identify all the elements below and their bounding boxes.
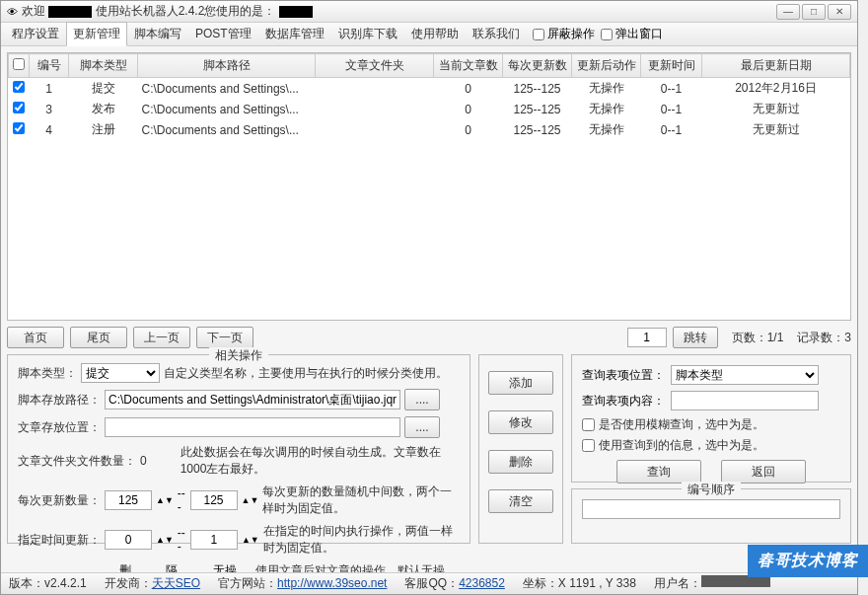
page-input[interactable] [627, 328, 667, 347]
per-b-input[interactable] [190, 490, 238, 510]
dev-link[interactable]: 天天SEO [152, 576, 200, 590]
browse-folder-button[interactable]: .... [404, 416, 440, 438]
time-b-input[interactable] [190, 530, 238, 550]
titlebar: 👁 欢迎 使用站长机器人2.4.2您使用的是： — □ ✕ [1, 1, 857, 23]
close-button[interactable]: ✕ [828, 4, 851, 20]
chk-popup[interactable]: 弹出窗口 [601, 26, 663, 42]
menu-db-manage[interactable]: 数据库管理 [258, 22, 331, 46]
chk-shield[interactable]: 屏蔽操作 [533, 26, 595, 42]
menu-update-manage[interactable]: 更新管理 [66, 22, 127, 46]
clear-button[interactable]: 清空 [488, 489, 553, 513]
time-a-input[interactable] [105, 530, 152, 550]
menubar: 程序设置 更新管理 脚本编写 POST管理 数据库管理 识别库下载 使用帮助 联… [1, 23, 857, 46]
browse-path-button[interactable]: .... [404, 389, 440, 410]
menu-help[interactable]: 使用帮助 [404, 22, 466, 46]
article-folder-input[interactable] [105, 417, 400, 437]
jump-button[interactable]: 跳转 [673, 327, 718, 348]
menu-post-manage[interactable]: POST管理 [188, 22, 258, 46]
table-row[interactable]: 1提交C:\Documents and Settings\... 0125--1… [9, 78, 850, 100]
fuzzy-checkbox[interactable] [582, 418, 595, 431]
per-a-input[interactable] [105, 490, 152, 510]
query-button[interactable]: 查询 [616, 460, 701, 483]
redacted [279, 6, 313, 18]
menu-script-edit[interactable]: 脚本编写 [127, 22, 188, 46]
add-button[interactable]: 添加 [488, 371, 553, 395]
watermark: 春哥技术博客 [748, 545, 868, 577]
window-title: 欢迎 使用站长机器人2.4.2您使用的是： [22, 3, 313, 20]
back-button[interactable]: 返回 [721, 460, 806, 483]
menu-contact[interactable]: 联系我们 [466, 22, 527, 46]
maximize-button[interactable]: □ [802, 4, 826, 20]
redacted [48, 6, 92, 18]
last-page-button[interactable]: 尾页 [70, 327, 127, 348]
script-type-select[interactable]: 提交 [81, 363, 160, 383]
first-page-button[interactable]: 首页 [7, 327, 64, 348]
delete-button[interactable]: 删除 [488, 450, 553, 474]
script-path-input[interactable] [105, 390, 400, 409]
statusbar: 版本：v2.4.2.1 开发商：天天SEO 官方网站：http://www.39… [1, 572, 857, 594]
next-page-button[interactable]: 下一页 [196, 327, 253, 348]
main-window: 👁 欢迎 使用站长机器人2.4.2您使用的是： — □ ✕ 程序设置 更新管理 … [0, 0, 858, 595]
menu-recog-download[interactable]: 识别库下载 [331, 22, 404, 46]
app-icon: 👁 [7, 6, 18, 18]
page-info: 页数：1/1 [732, 330, 784, 346]
order-input[interactable] [582, 499, 840, 519]
edit-button[interactable]: 修改 [488, 410, 553, 434]
pager: 首页 尾页 上一页 下一页 跳转 页数：1/1 记录数：3 [7, 327, 851, 348]
search-column-select[interactable]: 脚本类型 [671, 365, 819, 385]
table-row[interactable]: 3发布C:\Documents and Settings\... 0125--1… [9, 99, 850, 119]
search-content-input[interactable] [671, 391, 819, 410]
menu-program-settings[interactable]: 程序设置 [5, 22, 66, 46]
select-all[interactable] [13, 58, 25, 70]
qq-link[interactable]: 4236852 [459, 576, 505, 590]
search-panel: 查询表项位置： 脚本类型 查询表项内容： 是否使用模糊查询，选中为是。 使用查询… [571, 354, 851, 483]
script-table[interactable]: 编号 脚本类型 脚本路径 文章文件夹 当前文章数 每次更新数 更新后动作 更新时… [7, 52, 851, 321]
row-checkbox[interactable] [13, 102, 25, 113]
row-checkbox[interactable] [13, 122, 25, 134]
related-ops-fieldset: 相关操作 脚本类型： 提交 自定义类型名称，主要使用与在执行的时候分类使用。 脚… [7, 354, 470, 544]
minimize-button[interactable]: — [776, 4, 800, 20]
record-info: 记录数：3 [797, 330, 851, 346]
order-panel: 编号顺序 [571, 488, 851, 544]
site-link[interactable]: http://www.39seo.net [277, 576, 387, 590]
table-row[interactable]: 4注册C:\Documents and Settings\... 0125--1… [9, 119, 850, 140]
prev-page-button[interactable]: 上一页 [133, 327, 190, 348]
row-checkbox[interactable] [13, 81, 25, 93]
use-result-checkbox[interactable] [582, 439, 595, 452]
action-buttons: 添加 修改 删除 清空 [478, 354, 563, 544]
